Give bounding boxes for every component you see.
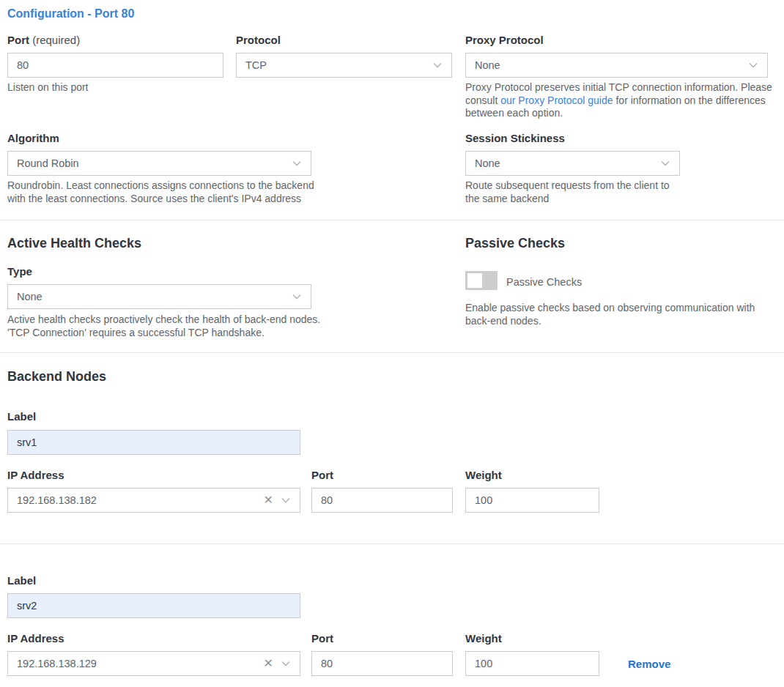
toggle-knob xyxy=(467,273,482,288)
node2-port-label: Port xyxy=(311,632,333,645)
chevron-down-icon[interactable] xyxy=(281,658,291,669)
passive-checks-toggle[interactable] xyxy=(465,271,498,290)
node1-port-input[interactable] xyxy=(311,488,453,513)
passive-checks-heading: Passive Checks xyxy=(465,236,565,251)
node1-weight-label: Weight xyxy=(465,469,502,481)
clear-icon[interactable]: ✕ xyxy=(264,658,273,669)
node2-remove-button[interactable]: Remove xyxy=(628,658,670,670)
proxy-protocol-guide-link[interactable]: our Proxy Protocol guide xyxy=(500,94,613,106)
clear-icon[interactable]: ✕ xyxy=(264,494,273,506)
chevron-down-icon xyxy=(292,158,302,168)
proxy-protocol-select-value: None xyxy=(475,59,748,71)
node1-label-input[interactable] xyxy=(7,430,300,455)
backend-nodes-heading: Backend Nodes xyxy=(7,369,106,385)
algorithm-select[interactable]: Round Robin xyxy=(7,151,311,176)
page-title: Configuration - Port 80 xyxy=(7,7,134,21)
node2-weight-label: Weight xyxy=(465,632,502,645)
port-required-note: (required) xyxy=(32,34,80,46)
passive-checks-helper: Enable passive checks based on observing… xyxy=(465,302,777,327)
active-health-checks-helper: Active health checks proactively check t… xyxy=(7,313,326,339)
node1-port-label: Port xyxy=(311,469,333,481)
chevron-down-icon xyxy=(748,60,758,70)
algorithm-helper: Roundrobin. Least connections assigns co… xyxy=(7,179,330,205)
algorithm-label: Algorithm xyxy=(7,132,59,144)
node1-weight-input[interactable] xyxy=(465,488,599,513)
node1-ip-combobox[interactable]: 192.168.138.182 ✕ xyxy=(7,488,300,513)
proxy-protocol-select[interactable]: None xyxy=(465,53,768,78)
node-divider xyxy=(0,543,784,544)
health-check-type-select-value: None xyxy=(17,291,292,302)
algorithm-select-value: Round Robin xyxy=(17,157,292,169)
passive-checks-toggle-label: Passive Checks xyxy=(506,276,582,288)
port-input[interactable] xyxy=(7,53,223,78)
session-stickiness-select-value: None xyxy=(475,157,660,169)
node2-weight-input[interactable] xyxy=(465,651,599,676)
section-divider xyxy=(0,220,784,220)
node2-label-label: Label xyxy=(7,574,36,587)
node1-ip-value: 192.168.138.182 xyxy=(17,494,264,506)
protocol-label: Protocol xyxy=(236,34,281,46)
health-check-type-label: Type xyxy=(7,265,32,278)
node1-ip-label: IP Address xyxy=(7,469,64,481)
nodebalancer-config-page: Configuration - Port 80 Port (required) … xyxy=(0,0,784,687)
node2-ip-value: 192.168.138.129 xyxy=(17,658,264,669)
session-stickiness-select[interactable]: None xyxy=(465,151,680,176)
active-health-checks-heading: Active Health Checks xyxy=(7,236,141,251)
chevron-down-icon xyxy=(292,291,302,302)
chevron-down-icon xyxy=(660,158,670,168)
protocol-select-value: TCP xyxy=(245,59,432,71)
port-helper: Listen on this port xyxy=(7,81,227,94)
protocol-select[interactable]: TCP xyxy=(236,53,452,78)
proxy-protocol-helper: Proxy Protocol preserves initial TCP con… xyxy=(465,81,773,120)
node2-label-input[interactable] xyxy=(7,593,300,618)
node2-ip-combobox[interactable]: 192.168.138.129 ✕ xyxy=(7,651,300,676)
node1-label-label: Label xyxy=(7,410,36,423)
chevron-down-icon xyxy=(432,60,443,70)
node2-ip-label: IP Address xyxy=(7,632,64,645)
session-stickiness-label: Session Stickiness xyxy=(465,132,565,144)
section-divider xyxy=(0,352,784,353)
proxy-protocol-label: Proxy Protocol xyxy=(465,34,544,46)
session-stickiness-helper: Route subsequent requests from the clien… xyxy=(465,179,679,205)
health-check-type-select[interactable]: None xyxy=(7,284,311,309)
chevron-down-icon[interactable] xyxy=(281,495,291,505)
port-label: Port (required) xyxy=(7,34,80,46)
node2-port-input[interactable] xyxy=(311,651,453,676)
